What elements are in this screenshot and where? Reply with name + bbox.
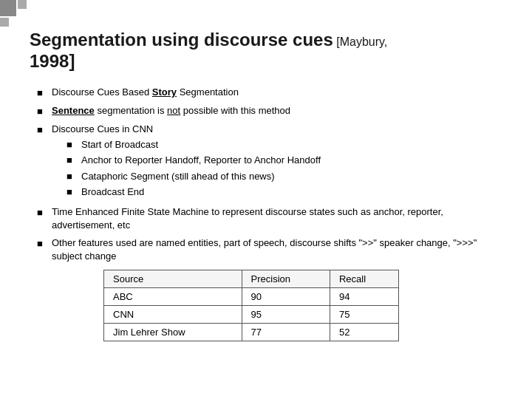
cell-precision-2: 95 xyxy=(242,305,330,323)
title-main: Segmentation using discourse cues xyxy=(30,30,333,50)
sub-bullet-dot-2: ■ xyxy=(66,154,78,167)
cell-source-1: ABC xyxy=(104,287,242,305)
slide-title: Segmentation using discourse cues [Maybu… xyxy=(30,30,387,50)
table-row: Jim Lehrer Show 77 52 xyxy=(104,323,399,341)
bullet-4: ■ Time Enhanced Finite State Machine to … xyxy=(37,205,502,232)
slide: Segmentation using discourse cues [Maybu… xyxy=(0,0,532,399)
bullet-text-3: Discourse Cues in CNN xyxy=(52,123,153,134)
bullet-dot-3: ■ xyxy=(37,123,49,137)
bullet-text-4: Time Enhanced Finite State Machine to re… xyxy=(52,205,502,232)
sub-bullet-4: ■ Broadcast End xyxy=(66,185,321,199)
cell-recall-3: 52 xyxy=(330,323,398,341)
sub-bullet-dot-4: ■ xyxy=(66,185,78,199)
bullet-3-content: Discourse Cues in CNN ■ Start of Broadca… xyxy=(52,123,321,201)
bullet-dot-2: ■ xyxy=(37,105,49,118)
bullet-text-5: Other features used are named entities, … xyxy=(52,236,502,263)
sub-bullet-text-1: Start of Broadcast xyxy=(81,138,158,151)
title-area: Segmentation using discourse cues [Maybu… xyxy=(30,30,502,72)
cell-recall-2: 75 xyxy=(330,305,398,323)
content-area: ■ Discourse Cues Based Story Segmentatio… xyxy=(37,86,502,341)
bullet-2: ■ Sentence segmentation is not possible … xyxy=(37,104,502,118)
bullet-dot-5: ■ xyxy=(37,237,49,250)
sub-bullets: ■ Start of Broadcast ■ Anchor to Reporte… xyxy=(66,138,321,199)
results-table: Source Precision Recall ABC 90 94 CNN 95… xyxy=(103,270,399,341)
bullet-1: ■ Discourse Cues Based Story Segmentatio… xyxy=(37,86,502,100)
col-header-source: Source xyxy=(104,270,242,287)
table-row: CNN 95 75 xyxy=(104,305,399,323)
sub-bullet-dot-3: ■ xyxy=(66,170,78,183)
col-header-recall: Recall xyxy=(330,270,398,287)
cell-recall-1: 94 xyxy=(330,287,398,305)
sub-bullet-text-2: Anchor to Reporter Handoff, Reporter to … xyxy=(81,154,321,167)
sub-bullet-1: ■ Start of Broadcast xyxy=(66,138,321,151)
bullet-dot-4: ■ xyxy=(37,206,49,219)
corner-decoration xyxy=(0,0,37,37)
table-header-row: Source Precision Recall xyxy=(104,270,399,287)
sub-bullet-3: ■ Cataphoric Segment (still ahead of thi… xyxy=(66,170,321,183)
bullet-text-1: Discourse Cues Based Story Segmentation xyxy=(52,86,502,99)
not-word: not xyxy=(167,105,180,116)
cell-source-2: CNN xyxy=(104,305,242,323)
sub-bullet-dot-1: ■ xyxy=(66,138,78,151)
table-row: ABC 90 94 xyxy=(104,287,399,305)
bullet-text-2: Sentence segmentation is not possible wi… xyxy=(52,104,502,117)
cell-precision-1: 90 xyxy=(242,287,330,305)
story-word: Story xyxy=(152,86,177,98)
bullet-3: ■ Discourse Cues in CNN ■ Start of Broad… xyxy=(37,123,502,201)
sub-bullet-2: ■ Anchor to Reporter Handoff, Reporter t… xyxy=(66,154,321,167)
cell-source-3: Jim Lehrer Show xyxy=(104,323,242,341)
cell-precision-3: 77 xyxy=(242,323,330,341)
bullet-5: ■ Other features used are named entities… xyxy=(37,236,502,263)
sentence-word: Sentence xyxy=(52,105,95,116)
title-reference: [Maybury, xyxy=(333,35,388,48)
sub-bullet-text-3: Cataphoric Segment (still ahead of this … xyxy=(81,170,275,183)
title-year: 1998] xyxy=(30,51,75,71)
col-header-precision: Precision xyxy=(242,270,330,287)
bullet-dot-1: ■ xyxy=(37,86,49,100)
sub-bullet-text-4: Broadcast End xyxy=(81,185,144,199)
